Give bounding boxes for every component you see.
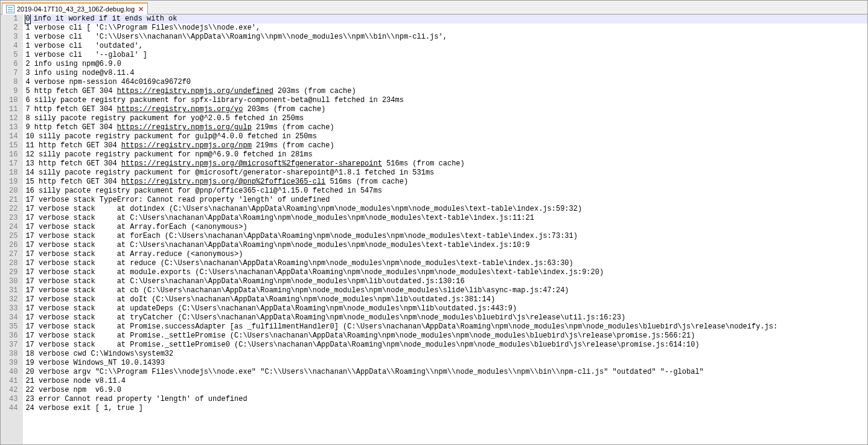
text-segment: 3 info using node@v8.11.4 <box>25 69 134 77</box>
code-line[interactable]: 12 silly pacote registry packument for n… <box>25 150 867 159</box>
code-line[interactable]: 8 silly pacote registry packument for yo… <box>25 114 867 123</box>
file-tab[interactable]: 2019-04-17T10_43_23_106Z-debug.log ✕ <box>2 2 148 14</box>
text-segment: 17 verbose stack at Array.reduce (<anony… <box>25 250 243 258</box>
code-line[interactable]: 17 verbose stack at dotindex (C:\Users\n… <box>25 205 867 214</box>
text-segment: 219ms (from cache) <box>252 141 334 150</box>
code-line[interactable]: 10 silly pacote registry packument for g… <box>25 132 867 141</box>
code-line[interactable]: 16 silly pacote registry packument for @… <box>25 187 867 196</box>
url-link[interactable]: https://registry.npmjs.org/@pnp%2foffice… <box>121 178 325 186</box>
text-segment: 17 verbose stack at Promise.successAdapt… <box>25 322 777 331</box>
line-number: 5 <box>9 51 18 60</box>
code-line[interactable]: 13 http fetch GET 304 https://registry.n… <box>25 159 867 168</box>
text-segment: info it worked if it ends with ok <box>30 14 177 23</box>
url-link[interactable]: https://registry.npmjs.org/npm <box>121 141 252 150</box>
code-line[interactable]: 17 verbose stack TypeError: Cannot read … <box>25 196 867 205</box>
code-line[interactable]: 6 silly pacote registry packument for sp… <box>25 96 867 105</box>
text-segment: 17 verbose stack at C:\Users\nachanan\Ap… <box>25 214 534 222</box>
code-line[interactable]: 17 verbose stack at updateDeps (C:\Users… <box>25 304 867 313</box>
line-number: 32 <box>9 295 18 304</box>
line-number: 22 <box>9 205 18 214</box>
code-line[interactable]: 21 verbose node v8.11.4 <box>25 377 867 386</box>
close-icon[interactable]: ✕ <box>138 5 144 13</box>
code-line[interactable]: 14 silly pacote registry packument for @… <box>25 168 867 178</box>
text-segment: 6 silly pacote registry packument for sp… <box>25 96 404 104</box>
line-number: 35 <box>9 322 18 331</box>
line-number: 23 <box>9 214 18 223</box>
code-line[interactable]: 17 verbose stack at forEach (C:\Users\na… <box>25 232 867 241</box>
code-line[interactable]: 15 http fetch GET 304 https://registry.n… <box>25 178 867 187</box>
code-line[interactable]: 17 verbose stack at Promise._settlePromi… <box>25 331 867 341</box>
text-segment: 14 silly pacote registry packument for @… <box>25 168 434 177</box>
line-number: 30 <box>9 277 18 286</box>
text-segment: 12 silly pacote registry packument for n… <box>25 150 312 159</box>
code-line[interactable]: 7 http fetch GET 304 https://registry.np… <box>25 105 867 114</box>
code-line[interactable]: 19 verbose Windows_NT 10.0.14393 <box>25 359 867 368</box>
line-number: 40 <box>9 368 18 377</box>
text-segment: 219ms (from cache) <box>252 123 334 132</box>
code-line[interactable]: 22 verbose npm v6.9.0 <box>25 386 867 395</box>
code-line[interactable]: 17 verbose stack at Promise.successAdapt… <box>25 322 867 331</box>
code-line[interactable]: 17 verbose stack at reduce (C:\Users\nac… <box>25 259 867 268</box>
code-content[interactable]: 0 info it worked if it ends with ok1 ver… <box>23 14 867 444</box>
text-segment: 17 verbose stack at dotindex (C:\Users\n… <box>25 205 582 213</box>
code-line[interactable]: 0 info it worked if it ends with ok <box>25 14 867 24</box>
code-line[interactable]: 1 verbose cli '--global' ] <box>25 51 867 60</box>
line-number: 27 <box>9 250 18 259</box>
code-line[interactable]: 17 verbose stack at C:\Users\nachanan\Ap… <box>25 214 867 223</box>
text-segment: 17 verbose stack at cb (C:\Users\nachana… <box>25 286 569 295</box>
text-segment: 17 verbose stack at Promise._settlePromi… <box>25 341 699 349</box>
code-line[interactable]: 17 verbose stack at module.exports (C:\U… <box>25 268 867 277</box>
text-segment: 203ms (from cache) <box>273 87 356 95</box>
line-number: 38 <box>9 350 18 359</box>
line-number: 10 <box>9 96 18 105</box>
text-segment: 17 verbose stack at Array.forEach (<anon… <box>25 223 247 231</box>
line-number: 17 <box>9 159 18 168</box>
code-line[interactable]: 17 verbose stack at C:\Users\nachanan\Ap… <box>25 241 867 250</box>
line-number: 24 <box>9 223 18 232</box>
code-line[interactable]: 1 verbose cli 'outdated', <box>25 42 867 51</box>
code-line[interactable]: 11 http fetch GET 304 https://registry.n… <box>25 141 867 150</box>
code-line[interactable]: 17 verbose stack at doIt (C:\Users\nacha… <box>25 295 867 304</box>
code-line[interactable]: 17 verbose stack at Array.forEach (<anon… <box>25 223 867 232</box>
url-link[interactable]: https://registry.npmjs.org/undefined <box>117 87 273 95</box>
code-line[interactable]: 17 verbose stack at tryCatcher (C:\Users… <box>25 313 867 322</box>
line-number: 3 <box>9 33 18 42</box>
line-number: 15 <box>9 141 18 150</box>
line-number: 31 <box>9 286 18 295</box>
url-link[interactable]: https://registry.npmjs.org/@microsoft%2f… <box>121 159 382 168</box>
url-link[interactable]: https://registry.npmjs.org/yo <box>117 105 243 114</box>
text-segment: 13 http fetch GET 304 <box>25 159 121 168</box>
code-line[interactable]: 17 verbose stack at C:\Users\nachanan\Ap… <box>25 277 867 286</box>
code-line[interactable]: 2 info using npm@6.9.0 <box>25 60 867 69</box>
line-number: 37 <box>9 341 18 350</box>
line-number: 4 <box>9 42 18 51</box>
code-line[interactable]: 9 http fetch GET 304 https://registry.np… <box>25 123 867 132</box>
code-line[interactable]: 20 verbose argv "C:\\Program Files\\node… <box>25 368 867 377</box>
code-line[interactable]: 4 verbose npm-session 464c0169ca9672f0 <box>25 78 867 87</box>
text-segment: 203ms (from cache) <box>243 105 325 114</box>
text-segment: 9 http fetch GET 304 <box>25 123 116 132</box>
code-line[interactable]: 17 verbose stack at Array.reduce (<anony… <box>25 250 867 259</box>
line-number: 6 <box>9 60 18 69</box>
code-line[interactable]: 23 error Cannot read property 'length' o… <box>25 395 867 404</box>
code-line[interactable]: 17 verbose stack at Promise._settlePromi… <box>25 341 867 350</box>
line-number: 33 <box>9 304 18 313</box>
url-link[interactable]: https://registry.npmjs.org/gulp <box>117 123 252 132</box>
text-segment: 23 error Cannot read property 'length' o… <box>25 395 247 403</box>
line-number: 25 <box>9 232 18 241</box>
code-line[interactable]: 24 verbose exit [ 1, true ] <box>25 404 867 413</box>
line-number: 18 <box>9 168 18 178</box>
text-segment: 18 verbose cwd C:\Windows\system32 <box>25 350 173 358</box>
code-line[interactable]: 17 verbose stack at cb (C:\Users\nachana… <box>25 286 867 295</box>
line-number: 39 <box>9 359 18 368</box>
line-number: 13 <box>9 123 18 132</box>
code-line[interactable]: 1 verbose cli 'C:\\Users\\nachanan\\AppD… <box>25 33 867 42</box>
text-segment: 16 silly pacote registry packument for @… <box>25 187 382 195</box>
text-segment: 516ms (from cache) <box>325 178 408 186</box>
code-line[interactable]: 5 http fetch GET 304 https://registry.np… <box>25 87 867 96</box>
code-line[interactable]: 1 verbose cli [ 'C:\\Program Files\\node… <box>25 24 867 33</box>
code-line[interactable]: 18 verbose cwd C:\Windows\system32 <box>25 350 867 359</box>
code-line[interactable]: 3 info using node@v8.11.4 <box>25 69 867 78</box>
editor-area[interactable]: 1234567891011121314151617181920212223242… <box>1 14 867 444</box>
line-number: 20 <box>9 187 18 196</box>
